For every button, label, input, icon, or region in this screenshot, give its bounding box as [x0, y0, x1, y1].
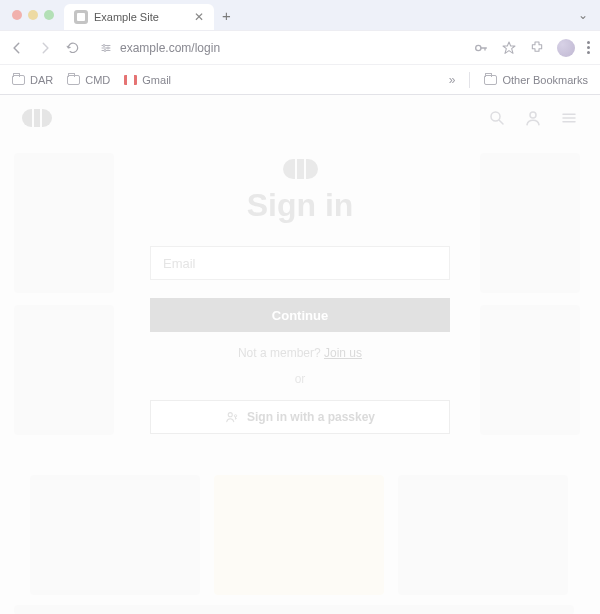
- divider: [469, 72, 470, 88]
- folder-icon: [484, 75, 497, 85]
- bookmark-label: DAR: [30, 74, 53, 86]
- folder-icon: [12, 75, 25, 85]
- svg-point-5: [491, 112, 500, 121]
- tab-title: Example Site: [94, 11, 188, 23]
- or-separator: or: [85, 372, 515, 386]
- bookmark-label: Gmail: [142, 74, 171, 86]
- address-bar[interactable]: example.com/login: [90, 35, 463, 61]
- site-logo[interactable]: [22, 109, 52, 127]
- svg-point-2: [107, 47, 109, 49]
- panel-logo: [85, 159, 515, 179]
- svg-point-7: [228, 413, 232, 417]
- bookmarks-bar: DAR CMD Gmail » Other Bookmarks: [0, 64, 600, 94]
- browser-chrome: Example Site ✕ + ⌄ example.com/login: [0, 0, 600, 95]
- svg-point-1: [103, 44, 105, 46]
- tab-close-button[interactable]: ✕: [194, 11, 204, 23]
- passkey-button-label: Sign in with a passkey: [247, 410, 375, 424]
- new-tab-button[interactable]: +: [222, 8, 231, 23]
- window-minimize-button[interactable]: [28, 10, 38, 20]
- bookmark-label: Other Bookmarks: [502, 74, 588, 86]
- continue-button[interactable]: Continue: [150, 298, 450, 332]
- passkey-signin-button[interactable]: Sign in with a passkey: [150, 400, 450, 434]
- hamburger-icon[interactable]: [560, 109, 578, 127]
- email-field[interactable]: [150, 246, 450, 280]
- browser-tab[interactable]: Example Site ✕: [64, 4, 214, 30]
- tab-strip: Example Site ✕ + ⌄: [0, 0, 600, 30]
- reload-button[interactable]: [66, 41, 80, 55]
- tab-favicon: [74, 10, 88, 24]
- bookmark-star-icon[interactable]: [501, 40, 517, 56]
- password-manager-icon[interactable]: [473, 40, 489, 56]
- gmail-icon: [124, 75, 137, 85]
- browser-menu-button[interactable]: [587, 41, 590, 54]
- window-close-button[interactable]: [12, 10, 22, 20]
- site-header: [0, 95, 600, 141]
- bookmark-folder-dar[interactable]: DAR: [12, 74, 53, 86]
- window-fullscreen-button[interactable]: [44, 10, 54, 20]
- extensions-icon[interactable]: [529, 40, 545, 56]
- bookmark-label: CMD: [85, 74, 110, 86]
- browser-toolbar: example.com/login: [0, 30, 600, 64]
- search-icon[interactable]: [488, 109, 506, 127]
- user-icon[interactable]: [524, 109, 542, 127]
- tabs-dropdown-button[interactable]: ⌄: [578, 8, 592, 22]
- signin-heading: Sign in: [85, 187, 515, 224]
- site-controls-icon[interactable]: [100, 42, 112, 54]
- forward-button[interactable]: [38, 41, 52, 55]
- passkey-icon: [225, 410, 239, 424]
- svg-point-4: [476, 45, 481, 50]
- folder-icon: [67, 75, 80, 85]
- bookmark-gmail[interactable]: Gmail: [124, 74, 171, 86]
- window-controls: [8, 10, 64, 20]
- address-bar-text: example.com/login: [120, 41, 453, 55]
- signin-panel: Sign in Continue Not a member? Join us o…: [85, 141, 515, 434]
- join-us-link[interactable]: Join us: [324, 346, 362, 360]
- back-button[interactable]: [10, 41, 24, 55]
- not-member-line: Not a member? Join us: [85, 346, 515, 360]
- page-viewport: Sign in Continue Not a member? Join us o…: [0, 95, 600, 614]
- other-bookmarks-button[interactable]: Other Bookmarks: [484, 74, 588, 86]
- profile-avatar[interactable]: [557, 39, 575, 57]
- not-member-text: Not a member?: [238, 346, 324, 360]
- svg-rect-0: [77, 13, 85, 21]
- svg-point-3: [104, 49, 106, 51]
- bookmarks-overflow-button[interactable]: »: [449, 73, 456, 87]
- bookmark-folder-cmd[interactable]: CMD: [67, 74, 110, 86]
- svg-point-6: [530, 112, 536, 118]
